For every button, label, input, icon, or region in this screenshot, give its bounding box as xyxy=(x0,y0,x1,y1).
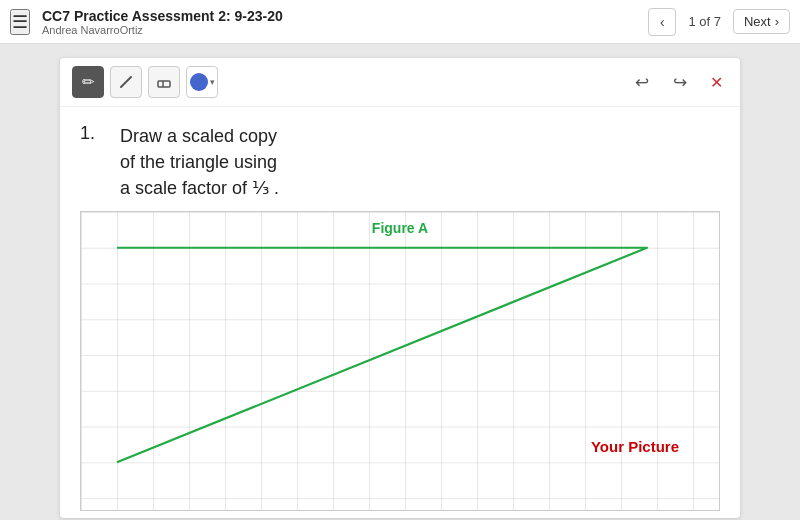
eraser-icon xyxy=(156,74,172,90)
pencil-tool-button[interactable]: ✏ xyxy=(72,66,104,98)
page-indicator: 1 of 7 xyxy=(682,14,727,29)
question-number: 1. xyxy=(80,123,110,201)
svg-rect-1 xyxy=(158,81,170,87)
question-area: 1. Draw a scaled copyof the triangle usi… xyxy=(60,107,740,211)
assessment-title: CC7 Practice Assessment 2: 9-23-20 xyxy=(42,8,648,24)
main-area: ✏ ▾ ↩ ↪ ✕ xyxy=(0,44,800,520)
next-label: Next xyxy=(744,14,771,29)
undo-button[interactable]: ↩ xyxy=(628,68,656,96)
student-name: Andrea NavarroOrtiz xyxy=(42,24,648,36)
next-button[interactable]: Next › xyxy=(733,9,790,34)
eraser-tool-button[interactable] xyxy=(148,66,180,98)
next-arrow-icon: › xyxy=(775,14,779,29)
pen-tool-button[interactable] xyxy=(110,66,142,98)
svg-line-0 xyxy=(121,77,131,87)
close-button[interactable]: ✕ xyxy=(704,70,728,94)
navigation: ‹ 1 of 7 Next › xyxy=(648,8,790,36)
grid-svg xyxy=(81,212,719,510)
toolbar-right: ↩ ↪ ✕ xyxy=(628,68,728,96)
figure-area[interactable]: Figure A Your Picture xyxy=(80,211,720,511)
pen-icon xyxy=(118,74,134,90)
header: ☰ CC7 Practice Assessment 2: 9-23-20 And… xyxy=(0,0,800,44)
your-picture-label: Your Picture xyxy=(591,438,679,455)
color-caret-icon: ▾ xyxy=(210,77,215,87)
figure-a-label: Figure A xyxy=(372,220,428,236)
prev-button[interactable]: ‹ xyxy=(648,8,676,36)
menu-icon[interactable]: ☰ xyxy=(10,9,30,35)
color-swatch xyxy=(190,73,208,91)
drawing-toolbar: ✏ ▾ ↩ ↪ ✕ xyxy=(60,58,740,107)
content-card: ✏ ▾ ↩ ↪ ✕ xyxy=(60,58,740,518)
color-picker-button[interactable]: ▾ xyxy=(186,66,218,98)
redo-button[interactable]: ↪ xyxy=(666,68,694,96)
header-title-group: CC7 Practice Assessment 2: 9-23-20 Andre… xyxy=(42,8,648,36)
question-text: Draw a scaled copyof the triangle usinga… xyxy=(120,123,279,201)
